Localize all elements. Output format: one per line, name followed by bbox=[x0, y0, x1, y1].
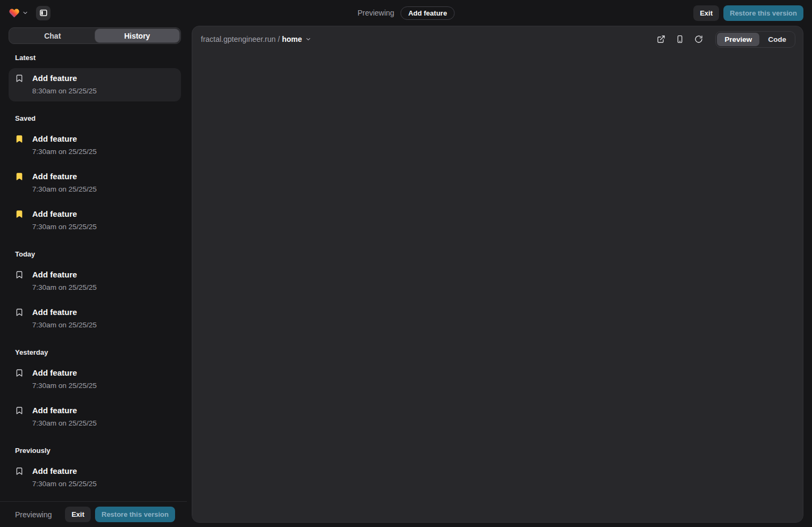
version-timestamp: 7:30am on 25/25/25 bbox=[32, 381, 175, 390]
version-timestamp: 7:30am on 25/25/25 bbox=[32, 222, 175, 231]
chevron-down-icon bbox=[305, 36, 311, 42]
open-in-new-tab-button[interactable] bbox=[654, 32, 669, 47]
topbar-center: Previewing Add feature bbox=[358, 0, 455, 26]
version-title: Add feature bbox=[32, 171, 175, 182]
history-section: Previously Add feature 7:30am on 25/25/2… bbox=[9, 447, 181, 501]
sidebar-toggle-button[interactable] bbox=[36, 6, 50, 20]
version-timestamp: 7:30am on 25/25/25 bbox=[32, 147, 175, 156]
version-list-item[interactable]: Add feature 7:30am on 25/25/25 bbox=[9, 204, 181, 237]
panel-left-icon bbox=[39, 9, 48, 17]
workspace-menu-button[interactable] bbox=[9, 8, 28, 19]
footer-previewing-label: Previewing bbox=[15, 510, 52, 519]
history-sections[interactable]: Latest Add feature 8:30am on 25/25/25 Sa… bbox=[0, 44, 187, 501]
topbar-right: Exit Restore this version bbox=[693, 5, 803, 21]
version-title: Add feature bbox=[32, 466, 175, 477]
external-link-icon bbox=[657, 35, 665, 43]
version-list-item[interactable]: Add feature 7:30am on 25/25/25 bbox=[9, 363, 181, 396]
history-section: Today Add feature 7:30am on 25/25/25 Add… bbox=[9, 250, 181, 335]
version-list-item[interactable]: Add feature 7:30am on 25/25/25 bbox=[9, 129, 181, 162]
preview-body bbox=[192, 52, 803, 522]
section-title: Latest bbox=[15, 54, 175, 62]
section-title: Previously bbox=[15, 447, 175, 455]
section-title: Yesterday bbox=[15, 348, 175, 356]
version-timestamp: 7:30am on 25/25/25 bbox=[32, 419, 175, 428]
mobile-view-button[interactable] bbox=[672, 32, 687, 47]
tab-chat[interactable]: Chat bbox=[10, 29, 95, 42]
topbar: Previewing Add feature Exit Restore this… bbox=[0, 0, 812, 26]
version-badge[interactable]: Add feature bbox=[401, 6, 454, 20]
version-list-item[interactable]: Add feature 7:30am on 25/25/25 bbox=[9, 461, 181, 494]
version-list-item[interactable]: Add feature 7:30am on 25/25/25 bbox=[9, 302, 181, 335]
tab-history[interactable]: History bbox=[95, 29, 180, 42]
exit-button[interactable]: Exit bbox=[693, 5, 719, 21]
version-list-item[interactable]: Add feature 8:30am on 25/25/25 bbox=[9, 68, 181, 101]
section-items: Add feature 7:30am on 25/25/25 Add featu… bbox=[9, 461, 181, 501]
version-timestamp: 7:30am on 25/25/25 bbox=[32, 283, 175, 292]
bookmark-icon bbox=[15, 369, 24, 377]
preview-panel: fractal.gptengineer.run / home bbox=[192, 26, 803, 523]
bookmark-icon bbox=[15, 406, 24, 415]
bookmark-icon bbox=[15, 74, 24, 83]
bookmark-icon bbox=[15, 308, 24, 317]
version-timestamp: 7:30am on 25/25/25 bbox=[32, 479, 175, 488]
bookmark-icon bbox=[15, 467, 24, 475]
section-items: Add feature 8:30am on 25/25/25 bbox=[9, 68, 181, 101]
sidebar-tabs: Chat History bbox=[9, 27, 181, 44]
topbar-left bbox=[9, 6, 50, 20]
version-title: Add feature bbox=[32, 209, 175, 219]
version-list-item[interactable]: Add feature 7:30am on 25/25/25 bbox=[9, 166, 181, 200]
restore-version-button[interactable]: Restore this version bbox=[723, 5, 803, 21]
version-timestamp: 8:30am on 25/25/25 bbox=[32, 86, 175, 96]
version-title: Add feature bbox=[32, 405, 175, 416]
version-title: Add feature bbox=[32, 269, 175, 280]
version-list-item[interactable]: Add feature 7:30am on 25/25/25 bbox=[9, 400, 181, 434]
version-list-item[interactable]: Add feature 7:30am on 25/25/25 bbox=[9, 265, 181, 298]
section-items: Add feature 7:30am on 25/25/25 Add featu… bbox=[9, 363, 181, 434]
sidebar: Chat History Latest Add feature 8:30am o… bbox=[0, 26, 187, 527]
breadcrumb-prefix: fractal.gptengineer.run / bbox=[201, 35, 282, 43]
version-title: Add feature bbox=[32, 73, 175, 84]
section-title: Today bbox=[15, 250, 175, 258]
preview-header: fractal.gptengineer.run / home bbox=[192, 26, 803, 52]
version-timestamp: 7:30am on 25/25/25 bbox=[32, 320, 175, 330]
toggle-code-button[interactable]: Code bbox=[760, 33, 794, 46]
sidebar-footer: Previewing Exit Restore this version bbox=[0, 501, 187, 527]
history-section: Yesterday Add feature 7:30am on 25/25/25… bbox=[9, 348, 181, 434]
version-timestamp: 7:30am on 25/25/25 bbox=[32, 185, 175, 194]
smartphone-icon bbox=[676, 35, 684, 43]
lovable-heart-icon bbox=[9, 8, 20, 19]
version-title: Add feature bbox=[32, 307, 175, 318]
chevron-down-icon bbox=[22, 10, 28, 16]
bookmark-filled-icon bbox=[15, 172, 24, 181]
refresh-button[interactable] bbox=[691, 32, 706, 47]
breadcrumb-domain: fractal.gptengineer.run / home bbox=[201, 35, 302, 43]
breadcrumb-page: home bbox=[282, 35, 302, 43]
toggle-preview-button[interactable]: Preview bbox=[717, 33, 759, 46]
section-title: Saved bbox=[15, 114, 175, 122]
bookmark-icon bbox=[15, 270, 24, 279]
footer-exit-button[interactable]: Exit bbox=[65, 507, 91, 522]
url-breadcrumb[interactable]: fractal.gptengineer.run / home bbox=[201, 35, 311, 43]
footer-restore-version-button[interactable]: Restore this version bbox=[95, 507, 175, 522]
section-items: Add feature 7:30am on 25/25/25 Add featu… bbox=[9, 265, 181, 335]
history-section: Latest Add feature 8:30am on 25/25/25 bbox=[9, 54, 181, 101]
section-items: Add feature 7:30am on 25/25/25 Add featu… bbox=[9, 129, 181, 237]
preview-header-actions: Preview Code bbox=[654, 31, 795, 48]
version-title: Add feature bbox=[32, 368, 175, 378]
previewing-status-label: Previewing bbox=[358, 9, 394, 17]
bookmark-filled-icon bbox=[15, 135, 24, 143]
history-section: Saved Add feature 7:30am on 25/25/25 Add… bbox=[9, 114, 181, 237]
refresh-icon bbox=[694, 35, 703, 43]
bookmark-filled-icon bbox=[15, 210, 24, 218]
version-title: Add feature bbox=[32, 134, 175, 144]
view-toggle: Preview Code bbox=[715, 31, 795, 48]
app-window: Previewing Add feature Exit Restore this… bbox=[0, 0, 812, 527]
